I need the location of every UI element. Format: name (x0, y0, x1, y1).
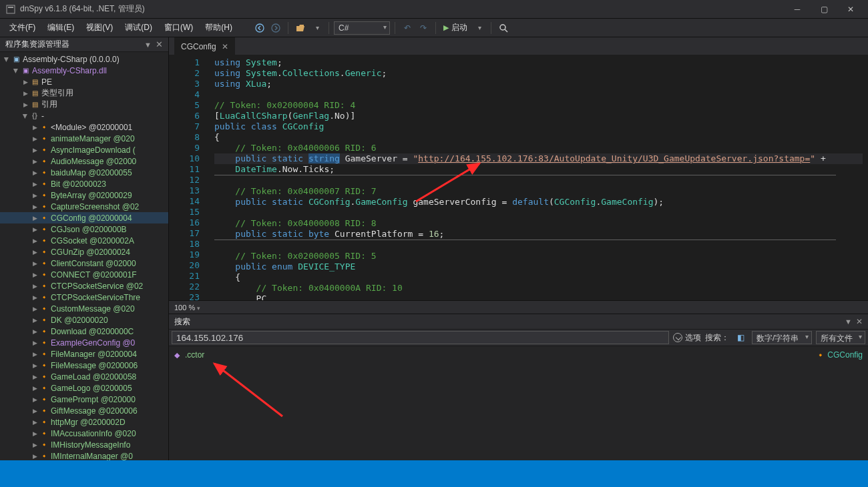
gutter: 1234567891011121314151617181920212223 (169, 55, 209, 300)
maximize-button[interactable]: ▢ (812, 1, 836, 17)
menu-window[interactable]: 窗口(W) (159, 20, 198, 35)
app-icon (5, 4, 16, 15)
tree-item[interactable]: ▶🔸FileMessage @0200006 (0, 360, 168, 371)
statusbar (0, 460, 868, 487)
tree-item[interactable]: ▶🔸ClientConstant @02000 (0, 258, 168, 269)
tree-item[interactable]: ▶🔸ExampleGenConfig @0 (0, 337, 168, 348)
method-icon: ◆ (174, 351, 185, 360)
redo-icon[interactable]: ↷ (416, 21, 431, 35)
search-filter-bar: 选项 搜索： ◧ 数字/字符串 所有文件 (169, 329, 868, 346)
tree-item[interactable]: ▶🔸IMAccusationInfo @020 (0, 428, 168, 439)
tree-item[interactable]: ▶🔸FileManager @0200004 (0, 348, 168, 360)
debug-start-button[interactable]: ▶启动 (441, 22, 470, 33)
nav-back-icon[interactable] (252, 21, 267, 35)
menubar: 文件(F) 编辑(E) 视图(V) 调试(D) 窗口(W) 帮助(H) C# ↶… (0, 19, 868, 37)
tree-item[interactable]: ▶🔸baiduMap @02000055 (0, 167, 168, 178)
tree-item[interactable]: ▶▣Assembly-CSharp.dll (0, 65, 168, 76)
svg-point-4 (500, 25, 505, 30)
open-dropdown-icon[interactable] (309, 21, 324, 35)
tree-item[interactable]: ▶🔸CaptureScreenshot @02 (0, 201, 168, 212)
tree-item[interactable]: ▶{}- (0, 110, 168, 121)
search-scope-select[interactable]: 所有文件 (816, 331, 865, 344)
tree-item[interactable]: ▶🔸CustomMessage @020 (0, 303, 168, 314)
search-type-icon[interactable]: ◧ (733, 330, 748, 345)
menu-file[interactable]: 文件(F) (4, 20, 41, 35)
search-options-button[interactable]: 选项 (673, 332, 701, 344)
tree-item[interactable]: ▶🔸CGSocket @0200002A (0, 235, 168, 246)
open-icon[interactable] (293, 21, 308, 35)
search-header: 搜索 ▼ ✕ (169, 314, 868, 329)
tree-item[interactable]: ▶🔸CGUnZip @02000024 (0, 246, 168, 258)
assembly-explorer-header: 程序集资源管理器 ▼ ✕ (0, 37, 168, 52)
svg-rect-1 (8, 7, 13, 8)
tree-item[interactable]: ▶🔸<Module> @02000001 (0, 121, 168, 133)
debug-start-dropdown[interactable] (471, 21, 486, 35)
menu-view[interactable]: 视图(V) (81, 20, 118, 35)
search-close-icon[interactable]: ✕ (856, 317, 863, 326)
tree-item[interactable]: ▶🔸Download @0200000C (0, 326, 168, 337)
search-panel: 搜索 ▼ ✕ 选项 搜索： ◧ 数字/字符串 所有文件 ◆ .cctor 🔸 C… (169, 314, 868, 460)
search-type-select[interactable]: 数字/字符串 (752, 331, 812, 344)
language-select[interactable]: C# (334, 21, 390, 35)
tree-item[interactable]: ▶▣Assembly-CSharp (0.0.0.0) (0, 53, 168, 65)
tab-close-icon[interactable]: ✕ (222, 42, 228, 51)
close-button[interactable]: ✕ (839, 1, 863, 17)
search-icon[interactable] (496, 21, 511, 35)
code-editor[interactable]: 1234567891011121314151617181920212223 us… (169, 55, 868, 300)
minimize-button[interactable]: ─ (785, 1, 809, 17)
tree-item[interactable]: ▶▤引用 (0, 99, 168, 110)
annotation-arrow-icon (209, 360, 289, 420)
tree-item[interactable]: ▶🔸httpMgr @0200002D (0, 416, 168, 428)
svg-point-2 (256, 24, 264, 32)
tree-item[interactable]: ▶🔸AudioMessage @02000 (0, 155, 168, 167)
tree-item[interactable]: ▶🔸GamePrompt @020000 (0, 394, 168, 405)
nav-forward-icon[interactable] (268, 21, 283, 35)
tab-cgconfig[interactable]: CGConfig ✕ (174, 37, 235, 55)
tree-item[interactable]: ▶🔸IMHistoryMessageInfo (0, 439, 168, 450)
pin-icon[interactable]: ▼ (144, 41, 152, 49)
zoom-bar: 100 % (169, 300, 868, 314)
tree-item[interactable]: ▶🔸GameLogo @0200005 (0, 382, 168, 394)
editor-area: CGConfig ✕ 12345678910111213141516171819… (169, 37, 868, 460)
assembly-tree[interactable]: ▶▣Assembly-CSharp (0.0.0.0)▶▣Assembly-CS… (0, 52, 168, 460)
tree-item[interactable]: ▶🔸GiftMessage @0200006 (0, 405, 168, 416)
menu-debug[interactable]: 调试(D) (120, 20, 158, 35)
undo-icon[interactable]: ↶ (400, 21, 415, 35)
search-input[interactable] (172, 331, 669, 344)
code-content[interactable]: using System; using System.Collections.G… (209, 55, 868, 300)
menu-help[interactable]: 帮助(H) (200, 20, 238, 35)
menu-edit[interactable]: 编辑(E) (42, 20, 79, 35)
tree-item[interactable]: ▶🔸DK @02000020 (0, 314, 168, 326)
tree-item[interactable]: ▶🔸CGJson @0200000B (0, 223, 168, 235)
editor-tabs: CGConfig ✕ (169, 37, 868, 55)
tree-item[interactable]: ▶🔸CTCPSocketService @02 (0, 280, 168, 292)
window-controls: ─ ▢ ✕ (785, 1, 863, 17)
search-result-row[interactable]: ◆ .cctor 🔸 CGConfig (174, 349, 863, 361)
search-pin-icon[interactable]: ▼ (845, 318, 852, 326)
tree-item[interactable]: ▶▤类型引用 (0, 87, 168, 99)
titlebar: dnSpy v6.1.8 (64-bit, .NET, 管理员) ─ ▢ ✕ (0, 0, 868, 19)
main: 程序集资源管理器 ▼ ✕ ▶▣Assembly-CSharp (0.0.0.0)… (0, 37, 868, 460)
tree-item[interactable]: ▶🔸animateManager @020 (0, 133, 168, 144)
assembly-explorer: 程序集资源管理器 ▼ ✕ ▶▣Assembly-CSharp (0.0.0.0)… (0, 37, 169, 460)
tree-item[interactable]: ▶🔸AsyncImageDownload ( (0, 144, 168, 155)
svg-rect-0 (7, 5, 15, 13)
tree-item[interactable]: ▶🔸CGConfig @02000004 (0, 212, 168, 223)
tree-item[interactable]: ▶🔸CTCPSocketServiceThre (0, 292, 168, 303)
svg-point-3 (272, 24, 280, 32)
window-title: dnSpy v6.1.8 (64-bit, .NET, 管理员) (20, 3, 785, 15)
zoom-select[interactable]: 100 % (174, 304, 200, 312)
tree-item[interactable]: ▶🔸Bit @02000023 (0, 178, 168, 189)
class-icon: 🔸 (816, 351, 825, 360)
panel-close-icon[interactable]: ✕ (156, 39, 163, 49)
search-results[interactable]: ◆ .cctor 🔸 CGConfig (169, 346, 868, 460)
tree-item[interactable]: ▶🔸GameLoad @02000058 (0, 371, 168, 382)
tree-item[interactable]: ▶🔸IMInternalManager @0 (0, 450, 168, 460)
tree-item[interactable]: ▶🔸ByteArray @02000029 (0, 189, 168, 201)
tree-item[interactable]: ▶▤PE (0, 76, 168, 87)
tree-item[interactable]: ▶🔸CONNECT @0200001F (0, 269, 168, 280)
